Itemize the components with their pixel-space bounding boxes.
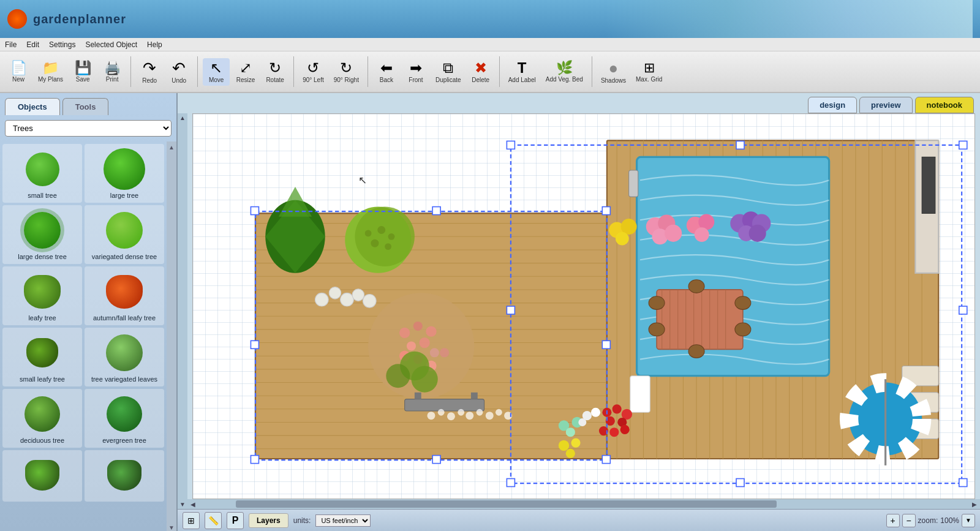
list-item[interactable] [2, 450, 82, 502]
list-item[interactable]: variegated dense tree [85, 205, 164, 264]
object-grid: small tree large tree large dense tree [0, 141, 167, 531]
toolbar-sep-1 [130, 56, 131, 87]
list-item[interactable]: tree variegated leaves [85, 328, 164, 386]
svg-rect-145 [432, 207, 440, 215]
svg-point-61 [649, 296, 665, 310]
tree-variegated-leaves-icon [103, 331, 146, 374]
undo-button[interactable]: ↶ Undo [165, 58, 192, 86]
front-button[interactable]: ➡ Front [402, 58, 429, 86]
svg-rect-151 [602, 456, 610, 464]
statusbar: ⊞ 📏 P Layers units: US feet/inch Metric … [178, 509, 980, 531]
add-label-label: Add Label [508, 77, 536, 83]
list-item[interactable]: evergreen tree [85, 389, 164, 448]
move-button[interactable]: ↖ Move [203, 58, 230, 86]
tree-variegated-leaves-label: tree variegated leaves [91, 375, 157, 383]
menu-selected-object[interactable]: Selected Object [85, 40, 137, 49]
menu-edit[interactable]: Edit [26, 40, 39, 49]
undo-label: Undo [172, 77, 186, 84]
tab-notebook[interactable]: notebook [915, 97, 974, 113]
zoom-value: 100% [940, 516, 959, 525]
canvas-area: design preview notebook ▲ ▼ ↖ [178, 93, 980, 531]
list-item[interactable]: small tree [2, 144, 82, 203]
add-veg-bed-icon: 🌿 [556, 61, 573, 75]
pen-icon-btn[interactable]: P [227, 512, 244, 529]
list-item[interactable]: leafy tree [2, 266, 82, 325]
max-grid-button[interactable]: ⊞ Max. Grid [632, 59, 666, 85]
rotate-button[interactable]: ↻ Rotate [262, 58, 288, 86]
list-item[interactable]: large tree [85, 144, 164, 203]
back-button[interactable]: ⬅ Back [373, 58, 400, 86]
zoom-dropdown-btn[interactable]: ▼ [962, 514, 975, 527]
tab-design[interactable]: design [808, 97, 857, 113]
svg-rect-111 [405, 399, 484, 411]
units-select[interactable]: US feet/inch Metric (m) [315, 514, 371, 527]
add-veg-bed-button[interactable]: 🌿 Add Veg. Bed [542, 59, 587, 85]
zoom-in-button[interactable]: + [886, 514, 900, 527]
svg-point-110 [411, 366, 437, 392]
shadows-button[interactable]: ● Shadows [597, 58, 630, 86]
resize-icon: ⤢ [239, 61, 252, 75]
list-item[interactable]: large dense tree [2, 205, 82, 264]
canvas-scrollbar-v[interactable]: ▲ ▼ [178, 113, 187, 509]
max-grid-icon: ⊞ [644, 61, 655, 75]
new-button[interactable]: 📄 New [5, 59, 32, 85]
rotate-left-button[interactable]: ↺ 90° Left [299, 58, 328, 86]
print-button[interactable]: 🖨️ Print [99, 59, 126, 85]
svg-rect-155 [959, 141, 967, 149]
svg-point-90 [371, 239, 379, 247]
svg-point-120 [486, 412, 494, 420]
leafy-tree-label: leafy tree [28, 314, 56, 322]
rotate-right-button[interactable]: ↻ 90° Right [330, 58, 363, 86]
category-dropdown[interactable]: Trees Shrubs Flowers Grasses Vegetables … [5, 120, 172, 137]
app-name: gardenplanner [33, 12, 126, 26]
front-icon: ➡ [410, 61, 422, 75]
back-icon: ⬅ [380, 61, 393, 75]
autumn-leafy-tree-icon [103, 270, 146, 313]
svg-rect-112 [415, 393, 421, 399]
svg-point-137 [559, 440, 569, 451]
redo-button[interactable]: ↷ Redo [136, 58, 163, 86]
list-item[interactable]: small leafy tree [2, 328, 82, 386]
my-plans-button[interactable]: 📁 My Plans [34, 59, 67, 85]
svg-point-127 [612, 404, 622, 413]
tab-preview[interactable]: preview [859, 97, 912, 113]
svg-point-99 [413, 322, 423, 331]
panel-scrollbar[interactable]: ▲ ▼ [167, 141, 176, 531]
list-item[interactable]: autumn/fall leafy tree [85, 266, 164, 325]
category-select[interactable]: Trees Shrubs Flowers Grasses Vegetables … [5, 120, 172, 137]
small-leafy-tree-icon [21, 331, 64, 374]
zoom-out-button[interactable]: − [902, 514, 916, 527]
menu-settings[interactable]: Settings [49, 40, 75, 49]
menu-file[interactable]: File [5, 40, 17, 49]
svg-point-95 [352, 289, 364, 301]
save-button[interactable]: 💾 Save [69, 59, 96, 85]
resize-button[interactable]: ⤢ Resize [232, 58, 259, 86]
delete-button[interactable]: ✖ Delete [467, 58, 494, 86]
duplicate-label: Duplicate [435, 77, 461, 83]
large-tree-icon [103, 148, 146, 190]
svg-point-115 [438, 409, 445, 416]
duplicate-icon: ⧉ [443, 61, 453, 75]
tab-tools[interactable]: Tools [62, 98, 109, 115]
add-label-button[interactable]: T Add Label [505, 58, 540, 86]
menu-help[interactable]: Help [147, 40, 162, 49]
grid-icon-btn[interactable]: ⊞ [183, 512, 200, 529]
ruler-icon-btn[interactable]: 📏 [205, 512, 222, 529]
svg-point-98 [399, 328, 410, 338]
list-item[interactable] [85, 450, 164, 502]
canvas-scrollbar-h[interactable]: ◀ ▶ [187, 499, 980, 509]
panel-tabs: Objects Tools [0, 93, 176, 115]
svg-point-125 [566, 427, 575, 437]
save-icon: 💾 [75, 61, 91, 75]
view-tabs: design preview notebook [178, 93, 980, 113]
list-item[interactable]: deciduous tree [2, 389, 82, 448]
svg-point-114 [427, 412, 435, 420]
svg-point-101 [407, 341, 416, 350]
svg-rect-147 [251, 341, 258, 348]
layers-button[interactable]: Layers [249, 513, 288, 528]
duplicate-button[interactable]: ⧉ Duplicate [432, 58, 465, 86]
tab-objects[interactable]: Objects [5, 98, 60, 115]
svg-point-86 [355, 207, 414, 266]
svg-point-78 [695, 227, 709, 242]
garden-canvas[interactable]: ↖ [192, 113, 975, 499]
